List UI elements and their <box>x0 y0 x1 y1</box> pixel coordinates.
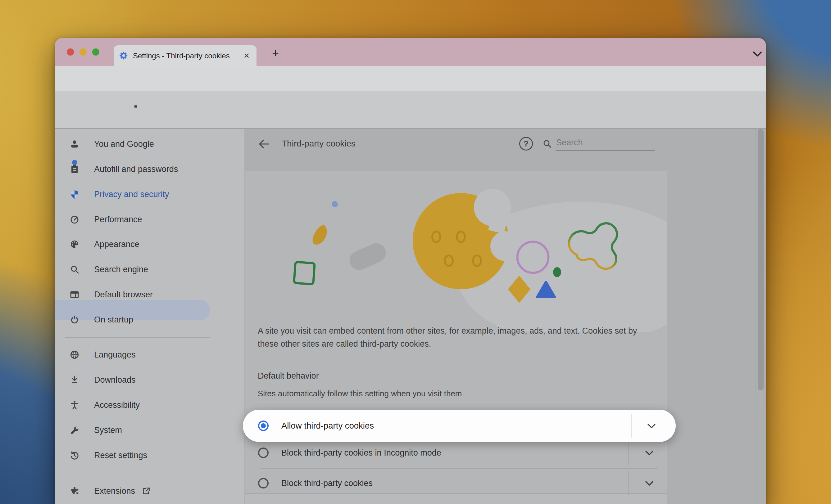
default-behavior-title: Default behavior <box>258 371 319 381</box>
search-icon <box>543 139 552 148</box>
sidebar-item-autofill[interactable]: Autofill and passwords <box>55 157 245 182</box>
option-block-incognito[interactable]: Block third-party cookies in Incognito m… <box>245 438 667 468</box>
page-search-field[interactable] <box>543 136 655 151</box>
puzzle-icon <box>70 486 79 496</box>
sidebar-item-appearance[interactable]: Appearance <box>55 232 245 257</box>
expand-chevron-icon[interactable] <box>647 423 656 429</box>
settings-header: Settings <box>55 91 766 128</box>
palette-icon <box>70 240 79 249</box>
sidebar-item-downloads[interactable]: Downloads <box>55 367 245 393</box>
shield-icon <box>70 189 79 199</box>
sidebar-item-default-browser[interactable]: Default browser <box>55 282 245 307</box>
tab-title: Settings - Third-party cookies <box>133 52 230 60</box>
traffic-light-minimize[interactable] <box>80 49 87 56</box>
sidebar-item-reset-settings[interactable]: Reset settings <box>55 443 245 468</box>
option-block-third-party[interactable]: Block third-party cookies <box>245 468 667 498</box>
power-icon <box>70 315 79 324</box>
sidebar-item-performance[interactable]: Performance <box>55 207 245 232</box>
option-label: Allow third-party cookies <box>281 421 374 431</box>
cookie-illustration <box>245 171 667 332</box>
tab-search-chevron-icon[interactable] <box>752 51 763 58</box>
traffic-light-close[interactable] <box>67 49 74 56</box>
row-divider <box>628 471 629 495</box>
radio-selected-icon[interactable] <box>258 420 268 431</box>
person-icon <box>70 139 79 149</box>
globe-icon <box>70 350 79 359</box>
browser-window-icon <box>70 290 79 299</box>
sidebar-item-extensions[interactable]: Extensions <box>55 479 245 504</box>
sidebar-item-privacy-security[interactable]: Privacy and security <box>55 182 245 207</box>
accessibility-icon <box>70 401 79 410</box>
scrollbar-track-edge <box>755 129 756 504</box>
row-divider <box>628 441 629 465</box>
chrome-window: Settings - Third-party cookies ✕ + ← → ↻… <box>55 38 766 504</box>
expand-chevron-icon[interactable] <box>645 450 654 456</box>
external-link-icon <box>142 486 151 495</box>
settings-sidebar: You and Google Autofill and passwords Pr… <box>55 129 245 504</box>
tab-close-icon[interactable]: ✕ <box>243 52 250 60</box>
scrollbar-thumb[interactable] <box>758 129 764 390</box>
radio-unselected-icon[interactable] <box>258 447 268 458</box>
page-back-button[interactable] <box>258 139 269 149</box>
option-allow-highlighted[interactable]: Allow third-party cookies <box>243 410 676 442</box>
history-icon <box>70 451 79 460</box>
radio-unselected-icon[interactable] <box>258 478 268 488</box>
sidebar-divider <box>65 337 210 338</box>
cookies-description: A site you visit can embed content from … <box>258 324 660 350</box>
tab-strip: Settings - Third-party cookies ✕ + <box>55 38 766 66</box>
sidebar-item-on-startup[interactable]: On startup <box>55 307 245 332</box>
desktop-wallpaper: Settings - Third-party cookies ✕ + ← → ↻… <box>0 0 831 504</box>
sidebar-item-search-engine[interactable]: Search engine <box>55 257 245 282</box>
tab-settings[interactable]: Settings - Third-party cookies ✕ <box>114 45 257 66</box>
search-icon <box>70 265 79 274</box>
new-tab-button[interactable]: + <box>268 46 282 60</box>
help-icon[interactable]: ? <box>519 137 533 150</box>
sidebar-item-system[interactable]: System <box>55 418 245 443</box>
clipboard-icon <box>70 165 79 174</box>
row-divider <box>631 414 632 438</box>
expand-chevron-icon[interactable] <box>645 481 654 486</box>
page-title: Third-party cookies <box>282 139 355 149</box>
sidebar-item-you-and-google[interactable]: You and Google <box>55 131 245 157</box>
traffic-light-zoom[interactable] <box>92 49 99 56</box>
gear-favicon-icon <box>119 51 128 61</box>
page-search-input[interactable] <box>555 136 650 149</box>
default-behavior-subtitle: Sites automatically follow this setting … <box>258 389 462 398</box>
speedometer-icon <box>70 215 79 224</box>
browser-toolbar: ← → ↻ Chrome chrome://settings/cookies ☆ <box>55 66 766 91</box>
sidebar-item-accessibility[interactable]: Accessibility <box>55 393 245 418</box>
sidebar-item-languages[interactable]: Languages <box>55 342 245 367</box>
download-icon <box>70 375 79 385</box>
wrench-icon <box>70 425 79 435</box>
sidebar-divider <box>65 473 210 473</box>
